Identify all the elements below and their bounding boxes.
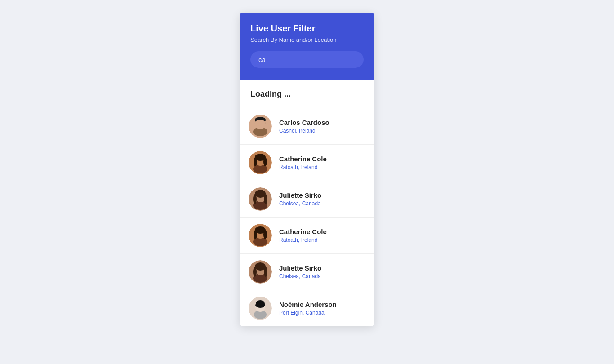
svg-point-27 [255, 262, 266, 271]
user-name: Catherine Cole [279, 228, 365, 235]
svg-point-29 [264, 267, 267, 277]
avatar [249, 260, 272, 284]
user-location: Ratoath, Ireland [279, 237, 365, 243]
user-name: Juliette Sirko [279, 191, 365, 199]
avatar [249, 224, 272, 247]
svg-point-34 [255, 302, 265, 308]
svg-point-28 [253, 267, 257, 277]
user-location: Ratoath, Ireland [279, 164, 365, 170]
list-item[interactable]: Carlos Cardoso Cashel, Ireland [240, 108, 374, 145]
user-info: Noémie Anderson Port Elgin, Canada [279, 301, 365, 316]
avatar [249, 151, 272, 174]
user-name: Carlos Cardoso [279, 119, 365, 126]
app-subtitle: Search By Name and/or Location [250, 36, 364, 43]
search-input[interactable] [250, 51, 364, 68]
app-title: Live User Filter [250, 23, 364, 34]
svg-point-10 [254, 157, 257, 166]
user-info: Juliette Sirko Chelsea, Canada [279, 191, 365, 207]
list-item[interactable]: Catherine Cole Ratoath, Ireland [240, 145, 374, 181]
avatar [249, 187, 272, 211]
avatar [249, 297, 272, 320]
svg-point-16 [253, 194, 257, 204]
avatar [249, 115, 272, 138]
user-info: Catherine Cole Ratoath, Ireland [279, 155, 365, 170]
loading-row: Loading ... [240, 80, 374, 108]
app-container: Live User Filter Search By Name and/or L… [240, 13, 374, 326]
loading-text: Loading ... [250, 89, 291, 98]
user-location: Port Elgin, Canada [279, 310, 365, 316]
svg-point-11 [263, 157, 267, 166]
list-item[interactable]: Catherine Cole Ratoath, Ireland [240, 218, 374, 254]
header-panel: Live User Filter Search By Name and/or L… [240, 13, 374, 80]
svg-point-23 [263, 230, 267, 239]
user-location: Chelsea, Canada [279, 200, 365, 207]
svg-point-5 [255, 120, 266, 128]
list-item[interactable]: Juliette Sirko Chelsea, Canada [240, 254, 374, 290]
user-name: Juliette Sirko [279, 264, 365, 272]
svg-point-17 [264, 194, 267, 204]
svg-point-22 [254, 230, 257, 239]
results-container: Loading ... Carlos Cardoso Cashel, Irela… [240, 80, 374, 326]
list-item[interactable]: Juliette Sirko Chelsea, Canada [240, 181, 374, 218]
list-item[interactable]: Noémie Anderson Port Elgin, Canada [240, 290, 374, 326]
user-info: Carlos Cardoso Cashel, Ireland [279, 119, 365, 134]
user-info: Catherine Cole Ratoath, Ireland [279, 228, 365, 243]
user-name: Noémie Anderson [279, 301, 365, 308]
user-name: Catherine Cole [279, 155, 365, 163]
user-location: Cashel, Ireland [279, 128, 365, 134]
user-list: Carlos Cardoso Cashel, Ireland Catherine… [240, 108, 374, 326]
svg-point-15 [255, 190, 266, 198]
user-location: Chelsea, Canada [279, 273, 365, 280]
user-info: Juliette Sirko Chelsea, Canada [279, 264, 365, 280]
